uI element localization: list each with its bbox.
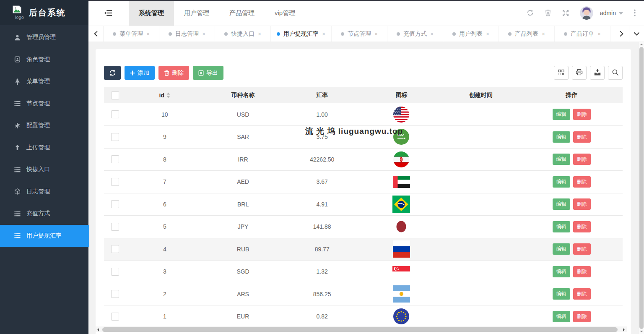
row-delete-button[interactable]: 删除 [573, 288, 591, 300]
row-delete-button[interactable]: 删除 [573, 221, 591, 232]
sidebar-item[interactable]: 角色管理 [0, 49, 88, 71]
edit-button[interactable]: 编辑 [553, 154, 570, 165]
scroll-up-arrow-icon[interactable] [640, 44, 643, 45]
sidebar-item[interactable]: 日志管理 [0, 181, 88, 203]
cell-created-time [441, 148, 520, 171]
sidebar-item-icon [14, 56, 21, 63]
print-button[interactable] [572, 66, 587, 80]
column-header-id[interactable]: id [159, 92, 164, 99]
user-menu[interactable]: admin [600, 10, 623, 16]
row-delete-button[interactable]: 删除 [573, 154, 591, 165]
row-delete-button[interactable]: 删除 [573, 243, 591, 255]
row-checkbox[interactable] [111, 245, 119, 253]
tab-close-icon[interactable]: × [430, 31, 434, 37]
edit-button[interactable]: 编辑 [553, 131, 570, 143]
vertical-scrollbar-thumb[interactable] [639, 47, 644, 329]
sidebar-item[interactable]: 上传管理 [0, 137, 88, 159]
page-tab[interactable]: 节点管理 × [332, 26, 387, 42]
sidebar-item[interactable]: 菜单管理 [0, 70, 88, 93]
row-checkbox[interactable] [111, 155, 119, 163]
page-tab[interactable]: 日志管理 × [159, 26, 215, 42]
edit-button[interactable]: 编辑 [553, 288, 570, 300]
row-checkbox[interactable] [111, 133, 119, 141]
horizontal-scrollbar-thumb[interactable] [102, 327, 618, 332]
topnav-item[interactable]: 系统管理 [129, 0, 174, 26]
sidebar-collapse-icon[interactable] [104, 10, 112, 16]
page-tab[interactable]: 产品订单 × [555, 26, 610, 42]
edit-button[interactable]: 编辑 [553, 243, 570, 255]
select-all-checkbox[interactable] [111, 91, 119, 99]
table-refresh-button[interactable] [104, 66, 121, 80]
row-delete-button[interactable]: 删除 [573, 109, 591, 120]
row-checkbox[interactable] [111, 268, 119, 276]
sidebar-item[interactable]: 管理员管理 [0, 26, 88, 49]
sidebar-item[interactable]: 快捷入口 [0, 159, 88, 181]
scroll-left-arrow-icon[interactable] [96, 326, 101, 332]
row-delete-button[interactable]: 删除 [573, 131, 591, 143]
edit-button[interactable]: 编辑 [553, 266, 570, 277]
edit-button[interactable]: 编辑 [553, 221, 570, 232]
tab-close-icon[interactable]: × [146, 31, 150, 37]
edit-button[interactable]: 编辑 [553, 176, 570, 188]
row-checkbox[interactable] [111, 290, 119, 298]
more-menu-icon[interactable] [634, 9, 636, 16]
cell-currency-name: JPY [204, 216, 283, 238]
row-delete-button[interactable]: 删除 [573, 266, 591, 277]
edit-button[interactable]: 编辑 [553, 311, 570, 322]
row-checkbox[interactable] [111, 313, 119, 321]
tab-close-icon[interactable]: × [258, 31, 261, 37]
sidebar-item[interactable]: 配置管理 [0, 115, 88, 137]
row-checkbox[interactable] [111, 223, 119, 231]
row-checkbox[interactable] [111, 110, 119, 118]
refresh-icon[interactable] [527, 9, 534, 16]
export-button[interactable]: 导出 [193, 66, 223, 80]
tab-close-icon[interactable]: × [542, 31, 545, 37]
tab-close-icon[interactable]: × [202, 31, 205, 37]
sidebar-item[interactable]: 用户提现汇率 [0, 225, 89, 247]
avatar[interactable] [580, 6, 593, 20]
page-tab[interactable]: 充值方式 × [387, 26, 443, 42]
page-tab[interactable]: 产品列表 × [499, 26, 555, 42]
edit-button[interactable]: 编辑 [553, 109, 570, 120]
topnav-item[interactable]: vip管理 [265, 0, 305, 26]
row-delete-button[interactable]: 删除 [573, 198, 591, 210]
add-button[interactable]: 添加 [125, 66, 155, 80]
row-checkbox[interactable] [111, 178, 119, 186]
trash-icon[interactable] [545, 9, 551, 16]
scroll-down-arrow-icon[interactable] [640, 331, 643, 332]
row-checkbox[interactable] [111, 200, 119, 208]
scroll-right-arrow-icon[interactable] [621, 326, 627, 332]
tab-close-icon[interactable]: × [374, 31, 378, 37]
tabs-scroll-right-icon[interactable] [614, 26, 629, 42]
column-header-created: 创建时间 [441, 87, 520, 103]
username: admin [600, 10, 616, 16]
table-row: 7 AED 3.67 编辑删除 [104, 171, 623, 193]
search-toggle-button[interactable] [608, 66, 623, 80]
sidebar-item[interactable]: 节点管理 [0, 93, 88, 115]
cell-rate: 1.00 [283, 103, 362, 126]
page-tab[interactable]: 快捷入口 × [215, 26, 271, 42]
topnav-item[interactable]: 产品管理 [219, 0, 265, 26]
edit-button[interactable]: 编辑 [553, 198, 570, 210]
tab-close-icon[interactable]: × [597, 31, 601, 37]
delete-button[interactable]: 删除 [158, 66, 189, 80]
sort-icon[interactable] [166, 92, 170, 98]
tab-close-icon[interactable]: × [322, 31, 325, 37]
tab-label: 日志管理 [175, 30, 199, 38]
vertical-scrollbar[interactable] [638, 42, 644, 334]
row-delete-button[interactable]: 删除 [573, 311, 591, 322]
sidebar-item[interactable]: 充值方式 [0, 203, 88, 225]
page-tab[interactable]: 用户提现汇率 × [271, 26, 332, 42]
export-data-button[interactable] [590, 66, 605, 80]
tab-close-icon[interactable]: × [486, 31, 489, 37]
tab-status-dot [169, 32, 172, 36]
horizontal-scrollbar[interactable] [96, 326, 627, 332]
page-tab[interactable]: 菜单管理 × [104, 26, 159, 42]
tabs-menu-icon[interactable] [629, 26, 644, 42]
tabs-scroll-left-icon[interactable] [88, 26, 104, 42]
row-delete-button[interactable]: 删除 [573, 176, 591, 188]
fullscreen-icon[interactable] [562, 10, 569, 16]
page-tab[interactable]: 用户列表 × [443, 26, 499, 42]
topnav-item[interactable]: 用户管理 [174, 0, 219, 26]
columns-toggle-button[interactable] [554, 66, 569, 80]
